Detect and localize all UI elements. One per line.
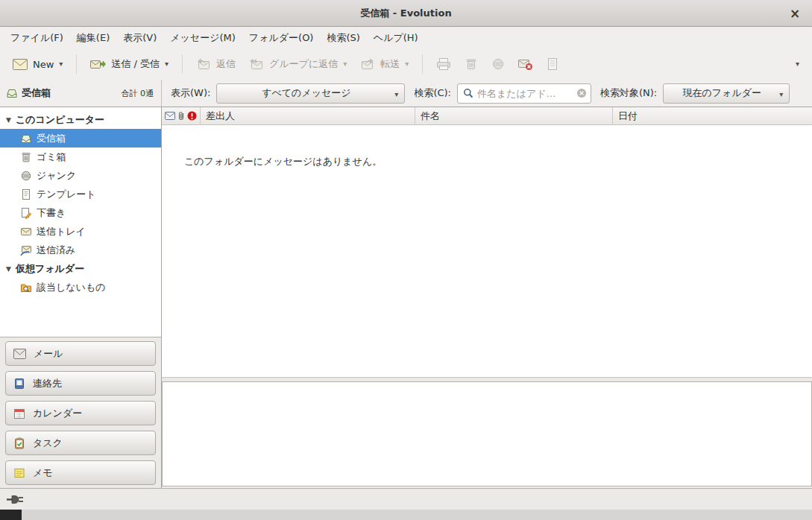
search-scope-value: 現在のフォルダー [682, 86, 761, 100]
toolbar-separator [422, 54, 423, 74]
send-receive-button[interactable]: 送信 / 受信 ▾ [84, 53, 175, 75]
menu-help[interactable]: ヘルプ(H) [367, 28, 425, 48]
sidebar-item-trash[interactable]: ゴミ箱 [0, 148, 161, 166]
column-header-date[interactable]: 日付 [613, 107, 812, 124]
message-pane: 差出人 件名 日付 このフォルダーにメッセージはありません。 [162, 107, 812, 488]
sidebar-item-sent[interactable]: 送信済み [0, 241, 161, 259]
message-list[interactable]: このフォルダーにメッセージはありません。 [162, 125, 812, 377]
message-count-label: 合計 0通 [122, 88, 156, 99]
archive-button[interactable] [540, 53, 565, 75]
junk-icon [491, 57, 505, 71]
group-reply-dropdown-icon[interactable]: ▾ [343, 60, 347, 68]
sidebar-item-unmatched[interactable]: 該当しないもの [0, 278, 161, 297]
column-header-from[interactable]: 差出人 [201, 107, 415, 124]
sidebar-item-drafts[interactable]: 下書き [0, 203, 161, 222]
clear-search-button[interactable] [576, 88, 587, 98]
empty-folder-message: このフォルダーにメッセージはありません。 [184, 155, 382, 168]
mail-icon [13, 349, 26, 359]
menu-view[interactable]: 表示(V) [116, 28, 163, 48]
group-reply-label: グループに返信 [269, 57, 338, 71]
sidebar-item-label: 該当しないもの [37, 281, 106, 294]
new-button[interactable]: New ▾ [6, 54, 69, 74]
search-input[interactable] [477, 88, 573, 99]
cancel-button[interactable] [512, 54, 540, 75]
group-reply-button[interactable]: グループに返信 ▾ [242, 53, 353, 75]
switcher-tasks-button[interactable]: タスク [5, 431, 156, 455]
switcher-mail-button[interactable]: メール [5, 341, 156, 366]
sidebar-item-outbox[interactable]: 送信トレイ [0, 222, 161, 241]
group-reply-icon [249, 58, 264, 70]
menubar: ファイル(F) 編集(E) 表示(V) メッセージ(M) フォルダー(O) 検索… [0, 27, 812, 48]
search-icon [463, 88, 473, 98]
toolbar-overflow-button[interactable]: ▾ [789, 56, 806, 72]
reply-button[interactable]: 返信 [189, 53, 242, 75]
search-scope-combo[interactable]: 現在のフォルダー ▾ [663, 83, 790, 104]
show-filter-combo[interactable]: すべてのメッセージ ▾ [216, 83, 405, 104]
taskbar-fragment [0, 510, 22, 520]
preview-pane[interactable] [162, 381, 812, 486]
new-dropdown-icon[interactable]: ▾ [59, 60, 63, 68]
trash-icon [20, 151, 32, 163]
calendar-icon [13, 408, 25, 419]
toolbar-separator [182, 54, 183, 74]
expander-icon[interactable]: ▼ [6, 116, 11, 124]
switcher-memos-button[interactable]: メモ [5, 460, 156, 485]
main-area: ▼ このコンピューター 受信箱 [0, 107, 812, 488]
online-status-icon[interactable] [7, 495, 25, 504]
filterbar: 受信箱 合計 0通 表示(W): すべてのメッセージ ▾ 検索(C): 検索対象… [0, 80, 812, 107]
switcher-calendar-button[interactable]: カレンダー [5, 401, 156, 425]
switcher-label: カレンダー [33, 407, 82, 420]
forward-dropdown-icon[interactable]: ▾ [405, 60, 409, 68]
search-scope-label: 検索対象(N): [600, 86, 657, 100]
window-title: 受信箱 - Evolution [360, 7, 451, 20]
switcher-label: メール [34, 347, 63, 361]
print-button[interactable] [429, 53, 458, 75]
titlebar[interactable]: 受信箱 - Evolution × [0, 0, 812, 27]
junk-icon [20, 170, 32, 182]
sidebar-item-templates[interactable]: テンプレート [0, 185, 161, 203]
reply-label: 返信 [216, 57, 236, 71]
memos-icon [13, 467, 25, 479]
menu-file[interactable]: ファイル(F) [4, 28, 70, 48]
send-receive-dropdown-icon[interactable]: ▾ [165, 60, 169, 68]
tree-group-label: 仮想フォルダー [16, 262, 84, 276]
templates-icon [20, 188, 32, 200]
search-folder-icon [20, 282, 32, 294]
tree-group-search-folders[interactable]: ▼ 仮想フォルダー [0, 259, 161, 278]
switcher-contacts-button[interactable]: 連絡先 [5, 371, 156, 396]
forward-button[interactable]: 転送 ▾ [353, 53, 415, 75]
new-mail-icon [13, 59, 28, 70]
inbox-icon [6, 87, 18, 99]
sidebar-item-inbox[interactable]: 受信箱 [0, 129, 161, 148]
current-folder-label: 受信箱 [22, 86, 51, 100]
cancel-mail-icon [518, 58, 533, 71]
tasks-icon [13, 437, 25, 449]
toolbar: New ▾ 送信 / 受信 ▾ 返信 [0, 48, 812, 80]
message-status-icon [165, 112, 175, 120]
view-switcher: メール 連絡先 [0, 337, 161, 489]
menu-message[interactable]: メッセージ(M) [163, 28, 242, 48]
junk-button[interactable] [485, 53, 512, 75]
statusbar [0, 488, 812, 510]
sent-icon [20, 244, 32, 256]
sidebar-item-label: 送信トレイ [37, 225, 86, 238]
menu-folder[interactable]: フォルダー(O) [242, 28, 321, 48]
column-header-subject[interactable]: 件名 [415, 107, 613, 124]
send-receive-label: 送信 / 受信 [111, 57, 160, 71]
status-columns-header[interactable] [162, 107, 201, 124]
show-filter-value: すべてのメッセージ [262, 86, 350, 100]
sidebar-item-label: ゴミ箱 [37, 150, 66, 164]
tree-group-this-computer[interactable]: ▼ このコンピューター [0, 110, 161, 129]
current-folder-info: 受信箱 合計 0通 [0, 80, 162, 107]
menu-search[interactable]: 検索(S) [320, 28, 366, 48]
expander-icon[interactable]: ▼ [6, 265, 11, 273]
close-button[interactable]: × [787, 6, 802, 21]
sidebar-item-junk[interactable]: ジャンク [0, 166, 161, 185]
delete-button[interactable] [458, 53, 485, 75]
toolbar-overflow-dropdown-icon[interactable]: ▾ [796, 60, 799, 68]
switcher-label: 連絡先 [33, 377, 62, 390]
sidebar-item-label: 送信済み [37, 244, 75, 257]
menu-edit[interactable]: 編集(E) [70, 28, 116, 48]
clear-icon [576, 88, 587, 98]
search-entry[interactable] [457, 83, 591, 104]
